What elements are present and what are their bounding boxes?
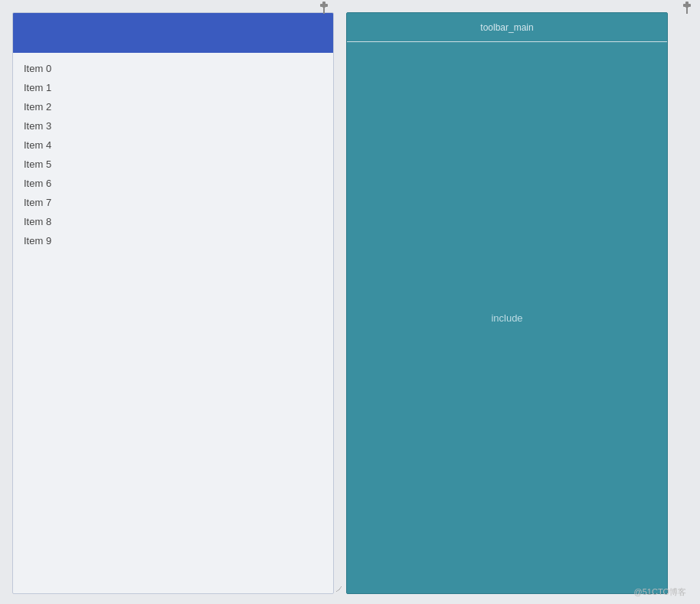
list-item[interactable]: Item 8 [13, 212, 333, 231]
pin-left-icon [320, 2, 328, 16]
svg-rect-5 [686, 8, 688, 14]
svg-rect-1 [320, 4, 328, 7]
list-item[interactable]: Item 5 [13, 155, 333, 174]
list-item[interactable]: Item 3 [13, 116, 333, 135]
resize-handle[interactable]: ⟋ [334, 583, 345, 595]
list-item[interactable]: Item 7 [13, 193, 333, 212]
list-item[interactable]: Item 1 [13, 78, 333, 97]
svg-rect-4 [683, 4, 691, 7]
pin-right-icon [683, 2, 691, 16]
left-panel: Item 0Item 1Item 2Item 3Item 4Item 5Item… [12, 12, 334, 594]
svg-rect-2 [323, 8, 325, 14]
right-toolbar: toolbar_main [347, 13, 667, 42]
left-toolbar [13, 13, 333, 53]
left-list: Item 0Item 1Item 2Item 3Item 4Item 5Item… [13, 53, 333, 593]
toolbar-main-label: toolbar_main [480, 22, 533, 33]
list-item[interactable]: Item 4 [13, 135, 333, 155]
list-item[interactable]: Item 2 [13, 97, 333, 116]
right-content: include [347, 42, 667, 593]
list-item[interactable]: Item 0 [13, 59, 333, 78]
right-panel: toolbar_main include [346, 12, 668, 594]
list-item[interactable]: Item 9 [13, 231, 333, 250]
list-item[interactable]: Item 6 [13, 174, 333, 193]
watermark: @51CTO博客 [634, 586, 686, 598]
include-label: include [491, 312, 522, 324]
